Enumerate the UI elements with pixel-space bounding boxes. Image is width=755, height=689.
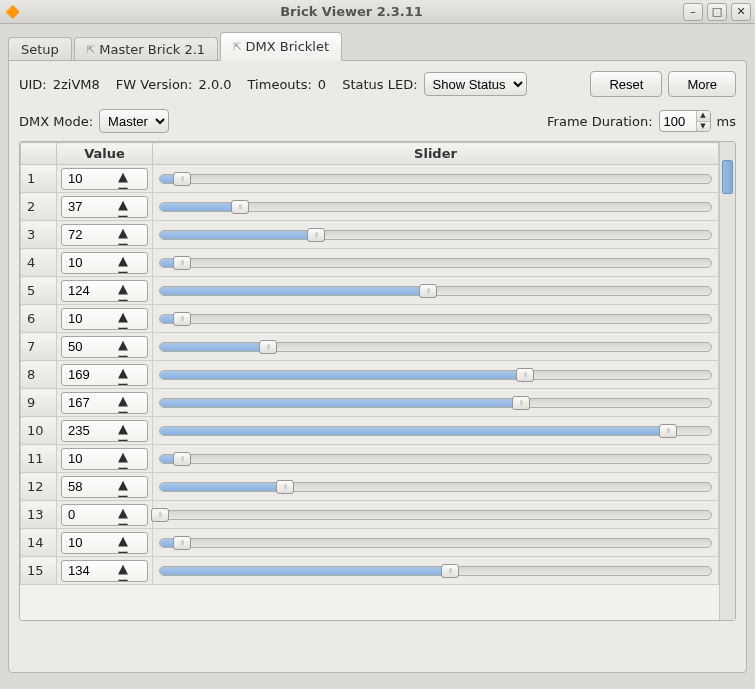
tab-setup[interactable]: Setup xyxy=(8,37,72,61)
value-down[interactable]: ▼ xyxy=(118,324,128,330)
value-down[interactable]: ▼ xyxy=(118,436,128,442)
tab-dmx-bricklet[interactable]: ⇱DMX Bricklet xyxy=(220,32,342,61)
slider-thumb[interactable]: ⦀ xyxy=(512,396,530,410)
minimize-button[interactable]: – xyxy=(683,3,703,21)
channel-value-input[interactable] xyxy=(62,337,118,357)
channel-value-input[interactable] xyxy=(62,197,118,217)
vertical-scrollbar[interactable] xyxy=(719,142,735,620)
value-up[interactable]: ▲ xyxy=(118,197,128,212)
maximize-button[interactable]: □ xyxy=(707,3,727,21)
slider-thumb[interactable]: ⦀ xyxy=(419,284,437,298)
value-down[interactable]: ▼ xyxy=(118,520,128,526)
slider-thumb[interactable]: ⦀ xyxy=(151,508,169,522)
value-up[interactable]: ▲ xyxy=(118,449,128,464)
value-up[interactable]: ▲ xyxy=(118,561,128,576)
channel-slider[interactable]: ⦀ xyxy=(159,202,712,212)
slider-thumb[interactable]: ⦀ xyxy=(441,564,459,578)
channel-slider[interactable]: ⦀ xyxy=(159,566,712,576)
channel-value-input[interactable] xyxy=(62,309,118,329)
scroll-thumb[interactable] xyxy=(722,160,733,194)
channel-slider[interactable]: ⦀ xyxy=(159,230,712,240)
channel-value-spin[interactable]: ▲▼ xyxy=(61,224,148,246)
value-up[interactable]: ▲ xyxy=(118,225,128,240)
channel-value-spin[interactable]: ▲▼ xyxy=(61,448,148,470)
value-up[interactable]: ▲ xyxy=(118,533,128,548)
frame-duration-down[interactable]: ▼ xyxy=(697,122,710,132)
channel-value-input[interactable] xyxy=(62,281,118,301)
slider-thumb[interactable]: ⦀ xyxy=(659,424,677,438)
value-down[interactable]: ▼ xyxy=(118,380,128,386)
channel-slider[interactable]: ⦀ xyxy=(159,510,712,520)
channel-value-spin[interactable]: ▲▼ xyxy=(61,308,148,330)
channel-value-input[interactable] xyxy=(62,505,118,525)
value-down[interactable]: ▼ xyxy=(118,408,128,414)
channel-value-spin[interactable]: ▲▼ xyxy=(61,420,148,442)
channel-slider[interactable]: ⦀ xyxy=(159,258,712,268)
channel-slider[interactable]: ⦀ xyxy=(159,314,712,324)
channel-value-spin[interactable]: ▲▼ xyxy=(61,336,148,358)
channel-value-input[interactable] xyxy=(62,253,118,273)
slider-thumb[interactable]: ⦀ xyxy=(516,368,534,382)
channel-slider[interactable]: ⦀ xyxy=(159,174,712,184)
undock-icon[interactable]: ⇱ xyxy=(233,41,241,52)
undock-icon[interactable]: ⇱ xyxy=(87,44,95,55)
slider-thumb[interactable]: ⦀ xyxy=(173,312,191,326)
value-up[interactable]: ▲ xyxy=(118,365,128,380)
channel-value-input[interactable] xyxy=(62,449,118,469)
value-down[interactable]: ▼ xyxy=(118,268,128,274)
channel-value-input[interactable] xyxy=(62,365,118,385)
channel-slider[interactable]: ⦀ xyxy=(159,286,712,296)
value-up[interactable]: ▲ xyxy=(118,309,128,324)
slider-thumb[interactable]: ⦀ xyxy=(173,536,191,550)
value-up[interactable]: ▲ xyxy=(118,253,128,268)
value-down[interactable]: ▼ xyxy=(118,212,128,218)
channel-slider[interactable]: ⦀ xyxy=(159,454,712,464)
value-down[interactable]: ▼ xyxy=(118,464,128,470)
channel-slider[interactable]: ⦀ xyxy=(159,426,712,436)
slider-thumb[interactable]: ⦀ xyxy=(307,228,325,242)
channel-value-input[interactable] xyxy=(62,421,118,441)
slider-thumb[interactable]: ⦀ xyxy=(173,452,191,466)
value-down[interactable]: ▼ xyxy=(118,184,128,190)
value-down[interactable]: ▼ xyxy=(118,576,128,582)
channel-value-input[interactable] xyxy=(62,169,118,189)
channel-value-input[interactable] xyxy=(62,533,118,553)
value-down[interactable]: ▼ xyxy=(118,296,128,302)
frame-duration-up[interactable]: ▲ xyxy=(697,111,710,122)
channel-value-input[interactable] xyxy=(62,561,118,581)
value-up[interactable]: ▲ xyxy=(118,169,128,184)
slider-thumb[interactable]: ⦀ xyxy=(231,200,249,214)
value-up[interactable]: ▲ xyxy=(118,421,128,436)
frame-duration-spin[interactable]: ▲ ▼ xyxy=(659,110,711,132)
channel-value-spin[interactable]: ▲▼ xyxy=(61,364,148,386)
slider-thumb[interactable]: ⦀ xyxy=(276,480,294,494)
channel-value-spin[interactable]: ▲▼ xyxy=(61,196,148,218)
channel-value-spin[interactable]: ▲▼ xyxy=(61,392,148,414)
slider-thumb[interactable]: ⦀ xyxy=(173,172,191,186)
channel-value-spin[interactable]: ▲▼ xyxy=(61,280,148,302)
tab-master-brick-2-1[interactable]: ⇱Master Brick 2.1 xyxy=(74,37,218,61)
value-up[interactable]: ▲ xyxy=(118,477,128,492)
status-led-select[interactable]: Show Status xyxy=(424,72,527,96)
value-down[interactable]: ▼ xyxy=(118,240,128,246)
value-down[interactable]: ▼ xyxy=(118,548,128,554)
channel-value-spin[interactable]: ▲▼ xyxy=(61,252,148,274)
channel-slider[interactable]: ⦀ xyxy=(159,538,712,548)
close-button[interactable]: ✕ xyxy=(731,3,751,21)
value-up[interactable]: ▲ xyxy=(118,505,128,520)
channel-value-spin[interactable]: ▲▼ xyxy=(61,476,148,498)
dmx-mode-select[interactable]: Master xyxy=(99,109,169,133)
value-up[interactable]: ▲ xyxy=(118,281,128,296)
slider-thumb[interactable]: ⦀ xyxy=(259,340,277,354)
value-down[interactable]: ▼ xyxy=(118,492,128,498)
frame-duration-input[interactable] xyxy=(660,111,696,131)
reset-button[interactable]: Reset xyxy=(590,71,662,97)
channel-slider[interactable]: ⦀ xyxy=(159,398,712,408)
channel-value-spin[interactable]: ▲▼ xyxy=(61,532,148,554)
channel-value-spin[interactable]: ▲▼ xyxy=(61,504,148,526)
channel-value-input[interactable] xyxy=(62,477,118,497)
value-up[interactable]: ▲ xyxy=(118,393,128,408)
slider-thumb[interactable]: ⦀ xyxy=(173,256,191,270)
value-up[interactable]: ▲ xyxy=(118,337,128,352)
channel-slider[interactable]: ⦀ xyxy=(159,482,712,492)
